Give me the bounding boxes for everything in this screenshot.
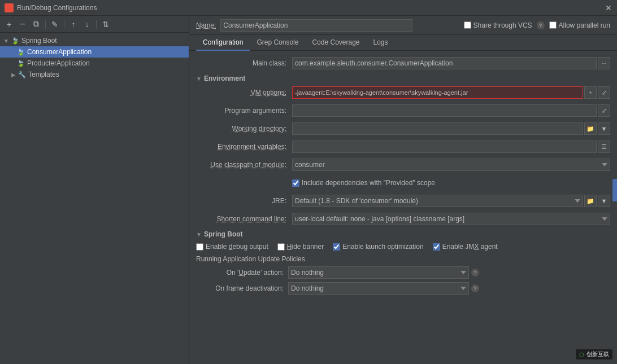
- use-classpath-row: Use classpath of module: consumer: [196, 158, 610, 172]
- env-vars-row: Environment variables: ☰: [196, 140, 610, 154]
- sidebar-toolbar: + − ⧉ ✎ ↑ ↓ ⇅: [0, 16, 189, 33]
- update-policies-label: Running Application Update Policies: [196, 255, 305, 263]
- program-args-input[interactable]: [292, 104, 597, 117]
- enable-launch-opt-label: Enable launch optimization: [342, 243, 423, 251]
- enable-debug-checkbox[interactable]: [196, 243, 203, 251]
- watermark-text: 创新互联: [586, 350, 609, 358]
- minus-icon: −: [20, 19, 25, 29]
- working-dir-label: Working directory:: [196, 125, 292, 133]
- tabs-bar: Configuration Grep Console Code Coverage…: [189, 35, 617, 51]
- working-dir-input[interactable]: [292, 122, 583, 135]
- environment-section-header: ▼ Environment: [196, 74, 610, 82]
- hide-banner-checkbox-label[interactable]: Hide banner: [277, 243, 324, 251]
- jre-dropdown-button[interactable]: ▼: [598, 195, 610, 207]
- tab-code-coverage[interactable]: Code Coverage: [305, 35, 366, 51]
- sidebar-item-consumer-application[interactable]: 🍃 ConsumerApplication: [0, 46, 189, 58]
- update-policies-title: Running Application Update Policies: [196, 255, 610, 263]
- name-input[interactable]: [220, 19, 412, 32]
- allow-parallel-checkbox-label[interactable]: Allow parallel run: [549, 21, 610, 29]
- working-dir-row: Working directory: 📁 ▼: [196, 122, 610, 135]
- hide-banner-checkbox[interactable]: [277, 243, 285, 251]
- down-arrow-icon: ↓: [85, 20, 89, 29]
- share-vcs-checkbox[interactable]: [464, 21, 471, 29]
- shorten-cmd-row: Shorten command line: user-local default…: [196, 212, 610, 226]
- edit-config-button[interactable]: ✎: [49, 19, 60, 30]
- main-class-label: Main class:: [196, 59, 292, 67]
- tab-logs[interactable]: Logs: [367, 35, 395, 51]
- copy-icon: ⧉: [33, 19, 39, 29]
- toolbar-sep-1: [45, 20, 46, 29]
- working-dir-dropdown-button[interactable]: ▼: [598, 122, 610, 135]
- add-config-button[interactable]: +: [3, 19, 15, 30]
- plus-icon: +: [7, 20, 11, 29]
- spring-boot-section-title: Spring Boot: [204, 230, 243, 238]
- move-down-button[interactable]: ↓: [81, 19, 93, 30]
- share-vcs-checkbox-label[interactable]: Share through VCS: [464, 21, 532, 29]
- remove-config-button[interactable]: −: [17, 19, 28, 30]
- vm-options-row: VM options: + ⤢: [196, 86, 610, 99]
- shorten-cmd-select[interactable]: user-local default: none - java [options…: [292, 213, 610, 225]
- config-content: Main class: ··· ▼ Environment VM options…: [189, 51, 617, 364]
- environment-section-title: Environment: [204, 74, 245, 82]
- jre-select-group: Default (1.8 - SDK of 'consumer' module)…: [292, 195, 610, 207]
- sort-button[interactable]: ⇅: [100, 19, 111, 30]
- enable-launch-opt-checkbox-label[interactable]: Enable launch optimization: [333, 243, 423, 251]
- vm-options-add-button[interactable]: +: [584, 86, 597, 99]
- sidebar-item-producter-application[interactable]: 🍃 ProducterApplication: [0, 58, 189, 69]
- on-frame-deactivation-help-icon[interactable]: ?: [471, 284, 479, 292]
- main-class-input[interactable]: [292, 57, 597, 69]
- program-args-expand-button[interactable]: ⤢: [598, 104, 610, 117]
- env-vars-edit-button[interactable]: ☰: [598, 141, 610, 153]
- close-button[interactable]: ✕: [605, 4, 612, 12]
- side-panel-indicator[interactable]: [612, 179, 617, 201]
- allow-parallel-checkbox[interactable]: [549, 21, 557, 29]
- sidebar-item-templates[interactable]: ▶ 🔧 Templates: [0, 69, 189, 80]
- edit-icon: ✎: [51, 20, 58, 29]
- enable-debug-checkbox-label[interactable]: Enable debug output: [196, 243, 268, 251]
- spring-boot-section-chevron-icon[interactable]: ▼: [196, 231, 202, 238]
- shorten-cmd-label: Shorten command line:: [196, 215, 292, 223]
- environment-chevron-icon[interactable]: ▼: [196, 76, 202, 82]
- shorten-cmd-select-group: user-local default: none - java [options…: [292, 213, 610, 225]
- vm-options-expand-button[interactable]: ⤢: [598, 86, 610, 99]
- tab-grep-console[interactable]: Grep Console: [250, 35, 305, 51]
- templates-label: Templates: [28, 71, 59, 78]
- spring-boot-group-header[interactable]: ▼ 🍃 Spring Boot: [0, 35, 189, 46]
- on-frame-deactivation-row: On frame deactivation: Do nothing Update…: [196, 282, 610, 295]
- tab-configuration[interactable]: Configuration: [196, 35, 250, 51]
- on-update-select-wrap: Do nothing Update resources Update class…: [288, 266, 479, 279]
- share-vcs-help-icon[interactable]: ?: [537, 21, 545, 29]
- copy-config-button[interactable]: ⧉: [31, 19, 42, 30]
- title-bar-controls: ✕: [605, 4, 612, 12]
- working-dir-browse-button[interactable]: 📁: [584, 122, 597, 135]
- watermark: ⬡ 创新互联: [576, 349, 612, 359]
- use-classpath-select[interactable]: consumer: [292, 159, 610, 171]
- enable-jmx-checkbox[interactable]: [433, 243, 440, 251]
- on-update-select[interactable]: Do nothing Update resources Update class…: [288, 266, 469, 279]
- sort-icon: ⇅: [102, 20, 109, 29]
- on-frame-deactivation-select[interactable]: Do nothing Update resources Update class…: [288, 282, 469, 295]
- jre-select[interactable]: Default (1.8 - SDK of 'consumer' module): [292, 195, 583, 207]
- on-update-help-icon[interactable]: ?: [471, 269, 479, 277]
- jre-label: JRE:: [196, 197, 292, 205]
- config-header-right: Share through VCS ? Allow parallel run: [464, 21, 610, 29]
- main-class-browse-button[interactable]: ···: [598, 57, 610, 69]
- spring-boot-section-header: ▼ Spring Boot: [196, 230, 610, 238]
- env-vars-label: Environment variables:: [196, 143, 292, 151]
- include-deps-checkbox-label[interactable]: Include dependencies with "Provided" sco…: [292, 179, 435, 187]
- enable-jmx-checkbox-label[interactable]: Enable JMX agent: [433, 243, 498, 251]
- env-vars-input[interactable]: [292, 141, 597, 153]
- on-frame-deactivation-select-wrap: Do nothing Update resources Update class…: [288, 282, 479, 295]
- jre-browse-button[interactable]: 📁: [584, 195, 597, 207]
- consumer-app-label: ConsumerApplication: [27, 48, 92, 56]
- working-dir-input-group: 📁 ▼: [292, 122, 610, 135]
- allow-parallel-label: Allow parallel run: [559, 21, 610, 29]
- include-deps-checkbox[interactable]: [292, 179, 299, 187]
- tab-code-coverage-label: Code Coverage: [312, 38, 359, 46]
- enable-launch-opt-checkbox[interactable]: [333, 243, 340, 251]
- move-up-button[interactable]: ↑: [68, 19, 79, 30]
- vm-options-input[interactable]: [292, 86, 583, 99]
- sidebar-tree: ▼ 🍃 Spring Boot 🍃 ConsumerApplication 🍃 …: [0, 33, 189, 364]
- on-update-label: On 'Update' action:: [196, 269, 284, 277]
- program-args-input-group: ⤢: [292, 104, 610, 117]
